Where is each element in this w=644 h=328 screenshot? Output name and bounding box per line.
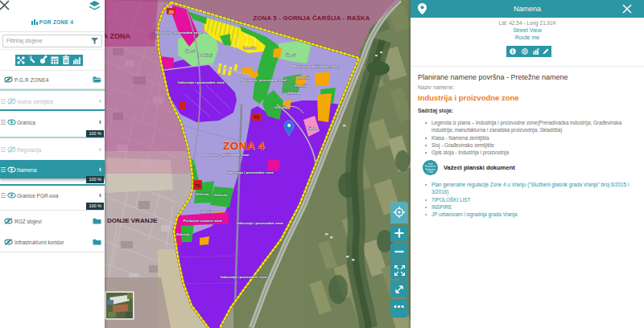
svg-text:Zelenilo: Zelenilo: [287, 91, 301, 95]
svg-text:Industrija i proizvodne zone: Industrija i proizvodne zone: [221, 275, 268, 279]
svg-text:RNA ZONA: RNA ZONA: [105, 32, 130, 40]
svg-text:Poslovno- proizvodne zone: Poslovno- proizvodne zone: [203, 153, 250, 157]
svg-text:Špeci: Špeci: [185, 49, 195, 53]
svg-text:Zelenilo: Zelenilo: [298, 76, 312, 80]
svg-text:Zelenilo: Zelenilo: [214, 193, 228, 197]
svg-text:Poslovne uslužne zone: Poslovne uslužne zone: [184, 219, 223, 223]
svg-text:ZONA 5 - GORNJA ČARŠIJA - RAŠK: ZONA 5 - GORNJA ČARŠIJA - RAŠKA: [253, 14, 369, 22]
svg-text:Zelenilo: Zelenilo: [176, 232, 190, 236]
svg-text:TS: TS: [254, 115, 259, 120]
svg-text:Poslovno proizvodne zone: Poslovno proizvodne zone: [294, 64, 339, 68]
svg-text:ZONA 4: ZONA 4: [223, 140, 265, 152]
svg-text:Zelenilo: Zelenilo: [243, 46, 257, 50]
svg-text:Industrija i proizvodne zone: Industrija i proizvodne zone: [237, 221, 284, 225]
svg-text:Poslovno- proizvodne zone: Poslovno- proizvodne zone: [241, 78, 287, 82]
svg-text:Parkinzi: Parkinzi: [199, 53, 213, 57]
svg-text:DONJE VRANJE: DONJE VRANJE: [107, 217, 158, 224]
svg-text:Špeci: Špeci: [286, 53, 295, 57]
svg-text:Zelenilo: Zelenilo: [200, 210, 214, 214]
svg-text:Zelenilo: Zelenilo: [196, 192, 209, 196]
svg-text:TS: TS: [195, 183, 200, 188]
svg-text:Zelenilo: Zelenilo: [295, 84, 308, 88]
svg-text:Poslovno- proizvodne zone: Poslovno- proizvodne zone: [155, 31, 202, 35]
svg-text:Industrija i proizvodne zone: Industrija i proizvodne zone: [178, 80, 225, 84]
svg-text:Pijaca: Pijaca: [307, 126, 317, 130]
svg-text:Zelenilo: Zelenilo: [275, 105, 288, 109]
svg-text:JO: JO: [168, 10, 174, 14]
svg-text:Industrija i proizvodne zone: Industrija i proizvodne zone: [227, 170, 275, 174]
